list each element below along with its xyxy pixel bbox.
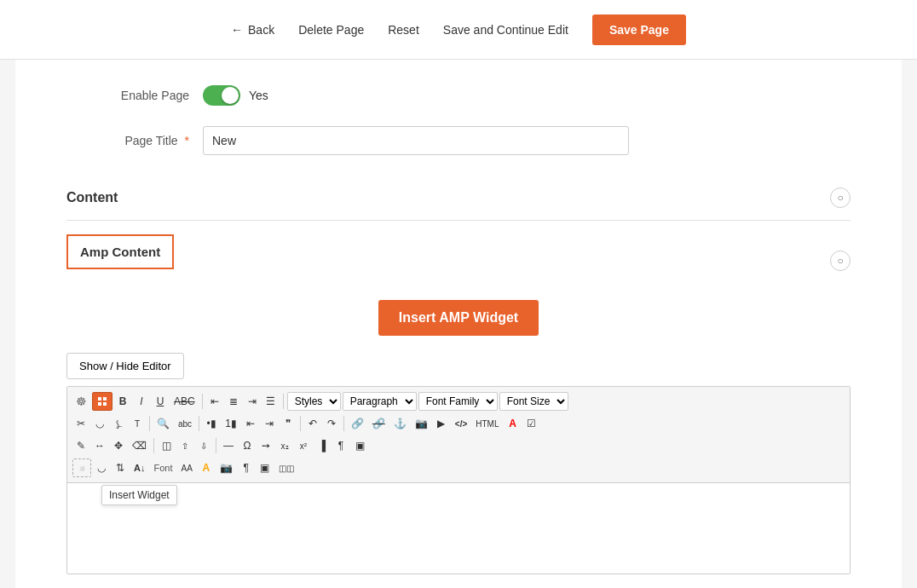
toolbar-media[interactable]: ▶ — [433, 414, 450, 433]
toolbar-ordered-list[interactable]: 1▮ — [222, 414, 240, 433]
svg-rect-2 — [98, 402, 101, 406]
show-hide-editor-button[interactable]: Show / Hide Editor — [66, 353, 184, 379]
content-section-header[interactable]: Content ○ — [66, 176, 851, 221]
toolbar-insert-widget-btn[interactable] — [92, 392, 112, 411]
toolbar-special-icon[interactable]: ☸ — [72, 392, 90, 411]
main-content: Enable Page Yes Page Title * Content ○ — [15, 60, 902, 588]
toolbar-row-4: ◽ ◡ ⇅ A↓ Font AA A 📷 ¶ ▣ ◫◫ — [72, 457, 845, 479]
toolbar-image[interactable]: 📷 — [412, 414, 431, 433]
page-title-label: Page Title — [124, 134, 177, 147]
toolbar-pilcrow[interactable]: ¶ — [332, 436, 349, 455]
toolbar-table2[interactable]: ◫◫ — [275, 458, 297, 477]
toolbar-page-break[interactable]: ▐ — [314, 436, 331, 455]
enable-page-toggle[interactable] — [203, 85, 240, 106]
toolbar-separator-7 — [153, 438, 154, 453]
toolbar-link[interactable]: 🔗 — [348, 414, 367, 433]
amp-content-chevron[interactable]: ○ — [830, 251, 851, 271]
toolbar-select-all[interactable]: ◽ — [72, 458, 91, 477]
page-header: ← Back Delete Page Reset Save and Contin… — [0, 0, 917, 60]
toolbar-insert-row-before[interactable]: ⇧ — [176, 436, 193, 455]
toolbar-row-3: ✎ ↔ ✥ ⌫ ◫ ⇧ ⇩ — Ω ➙ x₂ — [72, 435, 845, 457]
toolbar-paste-text[interactable]: T — [129, 414, 146, 433]
toolbar-bold[interactable]: B — [114, 392, 131, 411]
save-continue-button[interactable]: Save and Continue Edit — [443, 23, 568, 37]
insert-widget-tooltip: Insert Widget — [101, 485, 177, 505]
toolbar-copy[interactable]: ◡ — [91, 414, 108, 433]
toolbar-hr[interactable]: — — [220, 436, 237, 455]
toolbar-font-chart[interactable]: A↓ — [130, 458, 148, 477]
toolbar-image2[interactable]: 📷 — [216, 458, 236, 477]
toolbar-separator-4 — [199, 416, 199, 431]
svg-rect-1 — [103, 397, 107, 401]
toolbar-unlink[interactable]: 🔗 — [369, 414, 389, 433]
toolbar-unordered-list[interactable]: •▮ — [203, 414, 220, 433]
toolbar-misc1[interactable]: ⇅ — [112, 458, 129, 477]
toolbar-align-center[interactable]: ≣ — [225, 392, 242, 411]
toolbar-strikethrough[interactable]: ABC — [170, 392, 199, 411]
toolbar-undo[interactable]: ↶ — [304, 414, 321, 433]
toolbar-insert-row-after[interactable]: ⇩ — [195, 436, 212, 455]
content-chevron-icon: ○ — [830, 187, 851, 208]
reset-button[interactable]: Reset — [388, 23, 419, 37]
toolbar-html-source[interactable]: HTML — [472, 414, 502, 433]
toolbar-html[interactable]: </> — [452, 414, 470, 433]
save-page-label: Save Page — [609, 23, 669, 37]
toolbar-font-size-select[interactable]: Font Size — [499, 392, 568, 411]
amp-content-box: Amp Content — [66, 234, 174, 269]
toolbar-blockquote[interactable]: ❞ — [280, 414, 297, 433]
toolbar-align-left[interactable]: ⇤ — [206, 392, 223, 411]
toolbar-separator-2 — [283, 394, 284, 409]
toolbar-find[interactable]: 🔍 — [153, 414, 173, 433]
show-hide-editor-label: Show / Hide Editor — [79, 360, 171, 372]
page-title-input[interactable] — [203, 126, 629, 155]
toolbar-paste[interactable]: ⍼ — [110, 414, 127, 433]
delete-page-button[interactable]: Delete Page — [298, 23, 364, 37]
toolbar-underline[interactable]: U — [152, 392, 169, 411]
toolbar-anchor[interactable]: ⚓ — [390, 414, 410, 433]
toolbar-resize[interactable]: ↔ — [91, 436, 108, 455]
toolbar-fullscreen[interactable]: ▣ — [351, 436, 368, 455]
toolbar-font-color[interactable]: A — [505, 414, 522, 433]
toolbar-template[interactable]: ▣ — [257, 458, 274, 477]
editor-body[interactable] — [67, 505, 850, 574]
toolbar-font-label[interactable]: Font — [150, 458, 176, 477]
toolbar-separator-5 — [300, 416, 301, 431]
toolbar-redo[interactable]: ↷ — [323, 414, 340, 433]
header-actions: ← Back Delete Page Reset Save and Contin… — [231, 14, 686, 45]
toolbar-paragraph-show[interactable]: ¶ — [238, 458, 255, 477]
toolbar-align-right[interactable]: ⇥ — [244, 392, 261, 411]
toolbar-edit[interactable]: ✎ — [72, 436, 89, 455]
toolbar-delete-col[interactable]: ⌫ — [129, 436, 150, 455]
toolbar-separator-8 — [216, 438, 216, 453]
toolbar-highlight[interactable]: A — [198, 458, 215, 477]
toolbar-special-chars[interactable]: Ω — [239, 436, 256, 455]
toolbar-align-justify[interactable]: ☰ — [262, 392, 280, 411]
toolbar-italic[interactable]: I — [133, 392, 150, 411]
toolbar-table[interactable]: ◫ — [158, 436, 175, 455]
toolbar-indent-left[interactable]: ⇤ — [242, 414, 259, 433]
toolbar-font-btn2[interactable]: AA — [177, 458, 195, 477]
enable-page-row: Enable Page Yes — [66, 85, 851, 106]
toolbar-cut[interactable]: ✂ — [72, 414, 89, 433]
toolbar-paragraph-select[interactable]: Paragraph — [343, 392, 417, 411]
toolbar-nonbreaking[interactable]: ➙ — [257, 436, 274, 455]
toolbar-copy2[interactable]: ◡ — [93, 458, 110, 477]
toolbar-styles-select[interactable]: Styles — [287, 392, 341, 411]
toolbar-separator-1 — [202, 394, 203, 409]
back-button[interactable]: ← Back — [231, 23, 274, 37]
toolbar-superscript[interactable]: x² — [295, 436, 312, 455]
toolbar-subscript[interactable]: x₂ — [276, 436, 293, 455]
insert-amp-widget-label: Insert AMP Widget — [399, 310, 518, 325]
insert-amp-widget-button[interactable]: Insert AMP Widget — [378, 300, 539, 336]
toolbar-indent-right[interactable]: ⇥ — [261, 414, 278, 433]
toggle-knob — [222, 87, 239, 104]
toolbar-move[interactable]: ✥ — [110, 436, 127, 455]
tooltip-label: Insert Widget — [109, 489, 170, 501]
editor-toolbar: ☸ B I U ABC ⇤ ≣ ⇥ ☰ — [67, 387, 850, 483]
toolbar-spell-check[interactable]: ☑ — [523, 414, 540, 433]
toolbar-replace[interactable]: abc — [175, 414, 195, 433]
toolbar-font-family-select[interactable]: Font Family — [418, 392, 498, 411]
editor-wrapper: ☸ B I U ABC ⇤ ≣ ⇥ ☰ — [66, 386, 851, 574]
svg-rect-0 — [98, 397, 101, 401]
save-page-button[interactable]: Save Page — [592, 14, 686, 45]
